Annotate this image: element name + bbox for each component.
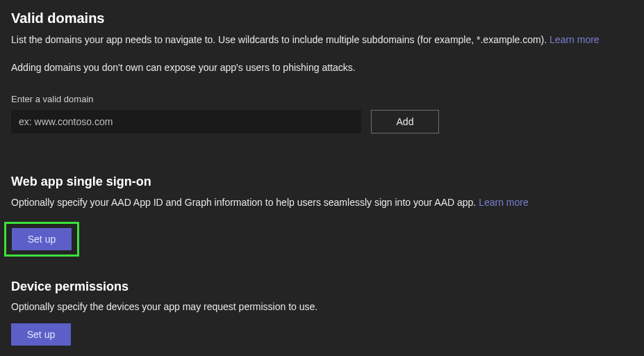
device-permissions-title: Device permissions [11,277,633,296]
valid-domains-title: Valid domains [11,8,633,29]
device-setup-button[interactable]: Set up [11,323,71,346]
sso-learn-more-link[interactable]: Learn more [479,197,529,208]
valid-domains-warning: Adding domains you don't own can expose … [11,60,633,74]
sso-setup-highlight: Set up [4,222,79,257]
add-domain-button[interactable]: Add [371,110,439,134]
sso-description: Optionally specify your AAD App ID and G… [11,195,633,209]
device-setup-wrap: Set up [11,323,633,346]
valid-domains-description: List the domains your app needs to navig… [11,33,633,47]
domain-input[interactable] [11,110,361,134]
device-permissions-description: Optionally specify the devices your app … [11,300,633,314]
domain-input-label: Enter a valid domain [11,93,633,106]
sso-title: Web app single sign-on [11,172,633,191]
valid-domains-section: Valid domains List the domains your app … [11,8,633,134]
sso-desc-text: Optionally specify your AAD App ID and G… [11,197,479,208]
sso-setup-button[interactable]: Set up [12,228,72,250]
valid-domains-learn-more-link[interactable]: Learn more [550,34,600,45]
sso-section: Web app single sign-on Optionally specif… [11,172,633,256]
valid-domains-desc-text: List the domains your app needs to navig… [11,34,550,45]
device-permissions-section: Device permissions Optionally specify th… [11,277,633,346]
domain-input-row: Add [11,110,633,134]
